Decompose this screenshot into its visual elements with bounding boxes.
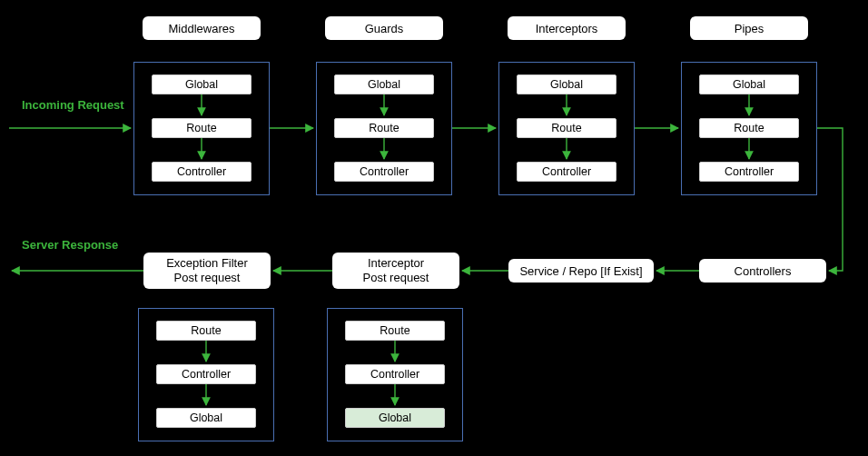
- exception-post-controller: Controller: [156, 364, 256, 384]
- interceptor-post-header: Interceptor Post request: [332, 253, 459, 289]
- guards-global: Global: [334, 74, 434, 94]
- pipes-controller: Controller: [699, 162, 799, 182]
- header-middlewares: Middlewares: [143, 16, 261, 40]
- middlewares-route: Route: [152, 118, 252, 138]
- controllers-block: Controllers: [699, 259, 826, 283]
- interceptors-controller: Controller: [517, 162, 616, 182]
- interceptor-post-line1: Interceptor: [368, 256, 424, 271]
- interceptors-global: Global: [517, 74, 616, 94]
- interceptor-post-route: Route: [345, 321, 445, 341]
- middlewares-controller: Controller: [152, 162, 252, 182]
- diagram-stage: Incoming Request Server Response Middlew…: [0, 0, 868, 456]
- header-guards: Guards: [325, 16, 443, 40]
- guards-route: Route: [334, 118, 434, 138]
- pipes-route: Route: [699, 118, 799, 138]
- exception-post-route: Route: [156, 321, 256, 341]
- server-response-label: Server Response: [22, 238, 118, 252]
- exception-post-header: Exception Filter Post request: [143, 253, 271, 289]
- pipes-global: Global: [699, 74, 799, 94]
- middlewares-global: Global: [152, 74, 252, 94]
- header-pipes: Pipes: [690, 16, 808, 40]
- service-repo-block: Service / Repo [If Exist]: [508, 259, 654, 283]
- interceptor-post-controller: Controller: [345, 364, 445, 384]
- interceptors-route: Route: [517, 118, 616, 138]
- exception-post-line2: Post request: [174, 271, 241, 285]
- exception-post-line1: Exception Filter: [166, 256, 248, 271]
- incoming-request-label: Incoming Request: [22, 98, 124, 112]
- guards-controller: Controller: [334, 162, 434, 182]
- header-interceptors: Interceptors: [508, 16, 626, 40]
- interceptor-post-global: Global: [345, 408, 445, 428]
- interceptor-post-line2: Post request: [363, 271, 429, 285]
- exception-post-global: Global: [156, 408, 256, 428]
